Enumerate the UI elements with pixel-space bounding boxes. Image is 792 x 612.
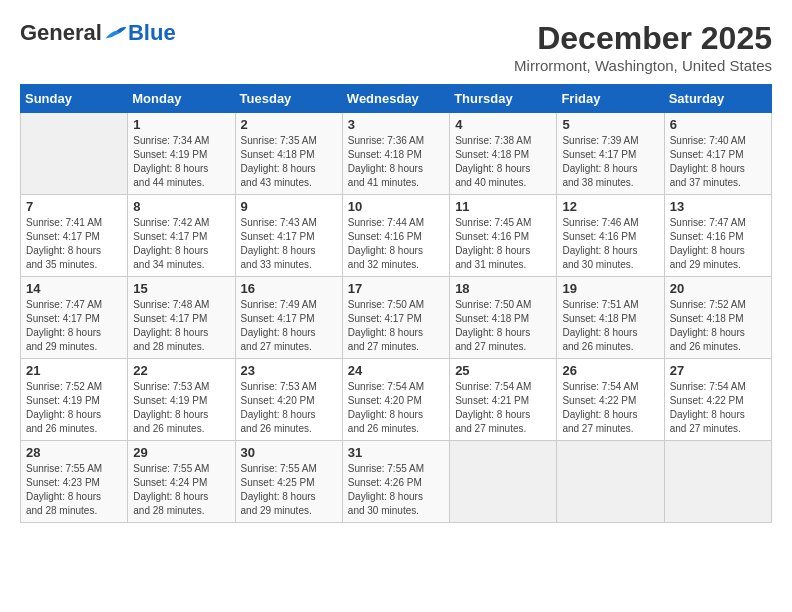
calendar-cell: 27Sunrise: 7:54 AM Sunset: 4:22 PM Dayli… [664, 359, 771, 441]
calendar-cell: 7Sunrise: 7:41 AM Sunset: 4:17 PM Daylig… [21, 195, 128, 277]
day-number: 12 [562, 199, 658, 214]
calendar-cell: 10Sunrise: 7:44 AM Sunset: 4:16 PM Dayli… [342, 195, 449, 277]
calendar-cell [557, 441, 664, 523]
calendar-week-1: 1Sunrise: 7:34 AM Sunset: 4:19 PM Daylig… [21, 113, 772, 195]
calendar-cell: 21Sunrise: 7:52 AM Sunset: 4:19 PM Dayli… [21, 359, 128, 441]
day-info: Sunrise: 7:48 AM Sunset: 4:17 PM Dayligh… [133, 298, 229, 354]
day-info: Sunrise: 7:47 AM Sunset: 4:16 PM Dayligh… [670, 216, 766, 272]
day-number: 11 [455, 199, 551, 214]
day-number: 27 [670, 363, 766, 378]
day-info: Sunrise: 7:40 AM Sunset: 4:17 PM Dayligh… [670, 134, 766, 190]
day-number: 29 [133, 445, 229, 460]
calendar-cell: 5Sunrise: 7:39 AM Sunset: 4:17 PM Daylig… [557, 113, 664, 195]
calendar-cell [21, 113, 128, 195]
page-header: General Blue December 2025 Mirrormont, W… [20, 20, 772, 74]
calendar-cell: 20Sunrise: 7:52 AM Sunset: 4:18 PM Dayli… [664, 277, 771, 359]
calendar-cell: 25Sunrise: 7:54 AM Sunset: 4:21 PM Dayli… [450, 359, 557, 441]
calendar-header-sunday: Sunday [21, 85, 128, 113]
calendar-body: 1Sunrise: 7:34 AM Sunset: 4:19 PM Daylig… [21, 113, 772, 523]
calendar-header-friday: Friday [557, 85, 664, 113]
logo-blue: Blue [128, 20, 176, 46]
day-number: 2 [241, 117, 337, 132]
calendar-cell: 22Sunrise: 7:53 AM Sunset: 4:19 PM Dayli… [128, 359, 235, 441]
day-info: Sunrise: 7:49 AM Sunset: 4:17 PM Dayligh… [241, 298, 337, 354]
calendar-cell: 28Sunrise: 7:55 AM Sunset: 4:23 PM Dayli… [21, 441, 128, 523]
day-info: Sunrise: 7:52 AM Sunset: 4:18 PM Dayligh… [670, 298, 766, 354]
day-info: Sunrise: 7:36 AM Sunset: 4:18 PM Dayligh… [348, 134, 444, 190]
day-number: 5 [562, 117, 658, 132]
day-info: Sunrise: 7:39 AM Sunset: 4:17 PM Dayligh… [562, 134, 658, 190]
day-info: Sunrise: 7:54 AM Sunset: 4:22 PM Dayligh… [562, 380, 658, 436]
day-number: 31 [348, 445, 444, 460]
calendar-cell: 6Sunrise: 7:40 AM Sunset: 4:17 PM Daylig… [664, 113, 771, 195]
day-info: Sunrise: 7:45 AM Sunset: 4:16 PM Dayligh… [455, 216, 551, 272]
calendar-table: SundayMondayTuesdayWednesdayThursdayFrid… [20, 84, 772, 523]
calendar-cell: 16Sunrise: 7:49 AM Sunset: 4:17 PM Dayli… [235, 277, 342, 359]
calendar-header-saturday: Saturday [664, 85, 771, 113]
calendar-cell: 30Sunrise: 7:55 AM Sunset: 4:25 PM Dayli… [235, 441, 342, 523]
logo-bird-icon [104, 24, 128, 42]
day-number: 28 [26, 445, 122, 460]
logo-general: General [20, 20, 102, 46]
logo: General Blue [20, 20, 176, 46]
calendar-header-wednesday: Wednesday [342, 85, 449, 113]
day-info: Sunrise: 7:54 AM Sunset: 4:20 PM Dayligh… [348, 380, 444, 436]
day-info: Sunrise: 7:55 AM Sunset: 4:26 PM Dayligh… [348, 462, 444, 518]
calendar-cell [450, 441, 557, 523]
calendar-header-tuesday: Tuesday [235, 85, 342, 113]
day-number: 15 [133, 281, 229, 296]
location: Mirrormont, Washington, United States [514, 57, 772, 74]
calendar-week-4: 21Sunrise: 7:52 AM Sunset: 4:19 PM Dayli… [21, 359, 772, 441]
day-info: Sunrise: 7:55 AM Sunset: 4:24 PM Dayligh… [133, 462, 229, 518]
calendar-week-3: 14Sunrise: 7:47 AM Sunset: 4:17 PM Dayli… [21, 277, 772, 359]
calendar-week-5: 28Sunrise: 7:55 AM Sunset: 4:23 PM Dayli… [21, 441, 772, 523]
calendar-cell: 19Sunrise: 7:51 AM Sunset: 4:18 PM Dayli… [557, 277, 664, 359]
calendar-cell: 9Sunrise: 7:43 AM Sunset: 4:17 PM Daylig… [235, 195, 342, 277]
day-number: 17 [348, 281, 444, 296]
day-info: Sunrise: 7:50 AM Sunset: 4:18 PM Dayligh… [455, 298, 551, 354]
calendar-cell: 18Sunrise: 7:50 AM Sunset: 4:18 PM Dayli… [450, 277, 557, 359]
month-title: December 2025 [514, 20, 772, 57]
day-info: Sunrise: 7:41 AM Sunset: 4:17 PM Dayligh… [26, 216, 122, 272]
calendar-cell: 4Sunrise: 7:38 AM Sunset: 4:18 PM Daylig… [450, 113, 557, 195]
day-number: 22 [133, 363, 229, 378]
day-number: 16 [241, 281, 337, 296]
day-info: Sunrise: 7:53 AM Sunset: 4:20 PM Dayligh… [241, 380, 337, 436]
day-number: 24 [348, 363, 444, 378]
day-number: 21 [26, 363, 122, 378]
day-info: Sunrise: 7:38 AM Sunset: 4:18 PM Dayligh… [455, 134, 551, 190]
calendar-cell: 23Sunrise: 7:53 AM Sunset: 4:20 PM Dayli… [235, 359, 342, 441]
day-info: Sunrise: 7:54 AM Sunset: 4:22 PM Dayligh… [670, 380, 766, 436]
day-info: Sunrise: 7:52 AM Sunset: 4:19 PM Dayligh… [26, 380, 122, 436]
day-number: 7 [26, 199, 122, 214]
calendar-cell: 17Sunrise: 7:50 AM Sunset: 4:17 PM Dayli… [342, 277, 449, 359]
calendar-header-thursday: Thursday [450, 85, 557, 113]
calendar-header-row: SundayMondayTuesdayWednesdayThursdayFrid… [21, 85, 772, 113]
calendar-cell: 8Sunrise: 7:42 AM Sunset: 4:17 PM Daylig… [128, 195, 235, 277]
day-number: 30 [241, 445, 337, 460]
day-number: 8 [133, 199, 229, 214]
day-info: Sunrise: 7:47 AM Sunset: 4:17 PM Dayligh… [26, 298, 122, 354]
day-number: 20 [670, 281, 766, 296]
day-number: 1 [133, 117, 229, 132]
calendar-cell [664, 441, 771, 523]
calendar-cell: 3Sunrise: 7:36 AM Sunset: 4:18 PM Daylig… [342, 113, 449, 195]
day-info: Sunrise: 7:44 AM Sunset: 4:16 PM Dayligh… [348, 216, 444, 272]
day-info: Sunrise: 7:55 AM Sunset: 4:25 PM Dayligh… [241, 462, 337, 518]
calendar-cell: 31Sunrise: 7:55 AM Sunset: 4:26 PM Dayli… [342, 441, 449, 523]
day-number: 19 [562, 281, 658, 296]
day-info: Sunrise: 7:51 AM Sunset: 4:18 PM Dayligh… [562, 298, 658, 354]
day-info: Sunrise: 7:34 AM Sunset: 4:19 PM Dayligh… [133, 134, 229, 190]
calendar-week-2: 7Sunrise: 7:41 AM Sunset: 4:17 PM Daylig… [21, 195, 772, 277]
day-number: 18 [455, 281, 551, 296]
calendar-cell: 24Sunrise: 7:54 AM Sunset: 4:20 PM Dayli… [342, 359, 449, 441]
day-info: Sunrise: 7:46 AM Sunset: 4:16 PM Dayligh… [562, 216, 658, 272]
calendar-cell: 14Sunrise: 7:47 AM Sunset: 4:17 PM Dayli… [21, 277, 128, 359]
day-info: Sunrise: 7:43 AM Sunset: 4:17 PM Dayligh… [241, 216, 337, 272]
calendar-cell: 11Sunrise: 7:45 AM Sunset: 4:16 PM Dayli… [450, 195, 557, 277]
day-number: 23 [241, 363, 337, 378]
calendar-cell: 13Sunrise: 7:47 AM Sunset: 4:16 PM Dayli… [664, 195, 771, 277]
calendar-cell: 1Sunrise: 7:34 AM Sunset: 4:19 PM Daylig… [128, 113, 235, 195]
day-number: 3 [348, 117, 444, 132]
calendar-cell: 15Sunrise: 7:48 AM Sunset: 4:17 PM Dayli… [128, 277, 235, 359]
